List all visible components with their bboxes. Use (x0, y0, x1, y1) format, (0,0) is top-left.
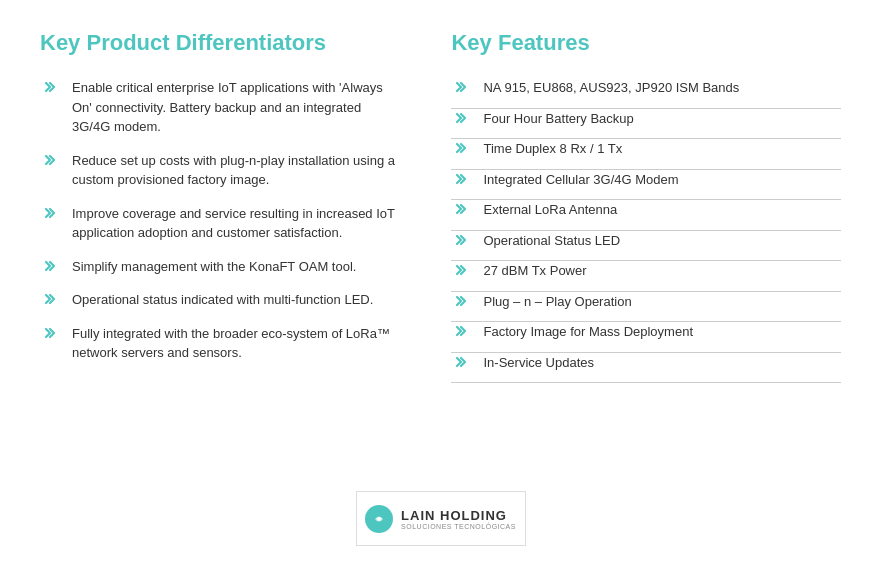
logo-inner: LAIN HOLDING SOLUCIONES TECNOLÓGICAS (365, 505, 516, 533)
bullet-icon (40, 79, 62, 95)
list-item: Four Hour Battery Backup (451, 109, 841, 140)
bullet-icon (451, 262, 473, 278)
list-item-text: Fully integrated with the broader eco-sy… (72, 324, 401, 363)
list-item-text: Factory Image for Mass Deployment (483, 322, 693, 342)
list-item: In-Service Updates (451, 353, 841, 384)
logo-text-sub: SOLUCIONES TECNOLÓGICAS (401, 523, 516, 530)
logo-text-main: LAIN HOLDING (401, 508, 516, 523)
list-item: Plug – n – Play Operation (451, 292, 841, 323)
bullet-icon (451, 171, 473, 187)
bullet-icon (451, 110, 473, 126)
right-feature-list: NA 915, EU868, AUS923, JP920 ISM Bands F… (451, 78, 841, 383)
logo-icon (365, 505, 393, 533)
logo-text-block: LAIN HOLDING SOLUCIONES TECNOLÓGICAS (401, 508, 516, 530)
right-column: Key Features NA 915, EU868, AUS923, JP92… (441, 30, 841, 546)
list-item: Reduce set up costs with plug-n-play ins… (40, 151, 401, 190)
list-item-text: Enable critical enterprise IoT applicati… (72, 78, 401, 137)
bullet-icon (40, 291, 62, 307)
left-title: Key Product Differentiators (40, 30, 401, 56)
list-item-text: Improve coverage and service resulting i… (72, 204, 401, 243)
right-title: Key Features (451, 30, 841, 56)
left-feature-list: Enable critical enterprise IoT applicati… (40, 78, 401, 363)
list-item-text: Integrated Cellular 3G/4G Modem (483, 170, 678, 190)
list-item: Enable critical enterprise IoT applicati… (40, 78, 401, 137)
bullet-icon (451, 354, 473, 370)
list-item: Operational Status LED (451, 231, 841, 262)
logo-container: LAIN HOLDING SOLUCIONES TECNOLÓGICAS (356, 491, 526, 546)
bullet-icon (451, 140, 473, 156)
list-item-text: In-Service Updates (483, 353, 594, 373)
bullet-icon (451, 201, 473, 217)
list-item-text: Simplify management with the KonaFT OAM … (72, 257, 356, 277)
list-item: 27 dBM Tx Power (451, 261, 841, 292)
bullet-icon (40, 258, 62, 274)
list-item: Fully integrated with the broader eco-sy… (40, 324, 401, 363)
list-item: Time Duplex 8 Rx / 1 Tx (451, 139, 841, 170)
list-item: Simplify management with the KonaFT OAM … (40, 257, 401, 277)
list-item-text: External LoRa Antenna (483, 200, 617, 220)
list-item-text: Time Duplex 8 Rx / 1 Tx (483, 139, 622, 159)
list-item-text: Four Hour Battery Backup (483, 109, 633, 129)
list-item-text: Operational Status LED (483, 231, 620, 251)
list-item-text: 27 dBM Tx Power (483, 261, 586, 281)
list-item: NA 915, EU868, AUS923, JP920 ISM Bands (451, 78, 841, 109)
bullet-icon (451, 323, 473, 339)
list-item-text: Operational status indicated with multi-… (72, 290, 373, 310)
list-item-text: NA 915, EU868, AUS923, JP920 ISM Bands (483, 78, 739, 98)
list-item: Integrated Cellular 3G/4G Modem (451, 170, 841, 201)
list-item: External LoRa Antenna (451, 200, 841, 231)
list-item: Improve coverage and service resulting i… (40, 204, 401, 243)
bullet-icon (451, 293, 473, 309)
list-item-text: Plug – n – Play Operation (483, 292, 631, 312)
bullet-icon (40, 152, 62, 168)
bullet-icon (40, 205, 62, 221)
bullet-icon (451, 79, 473, 95)
list-item: Operational status indicated with multi-… (40, 290, 401, 310)
list-item: Factory Image for Mass Deployment (451, 322, 841, 353)
list-item-text: Reduce set up costs with plug-n-play ins… (72, 151, 401, 190)
left-column: Key Product Differentiators Enable criti… (40, 30, 441, 546)
svg-point-1 (377, 517, 381, 521)
bullet-icon (40, 325, 62, 341)
bullet-icon (451, 232, 473, 248)
